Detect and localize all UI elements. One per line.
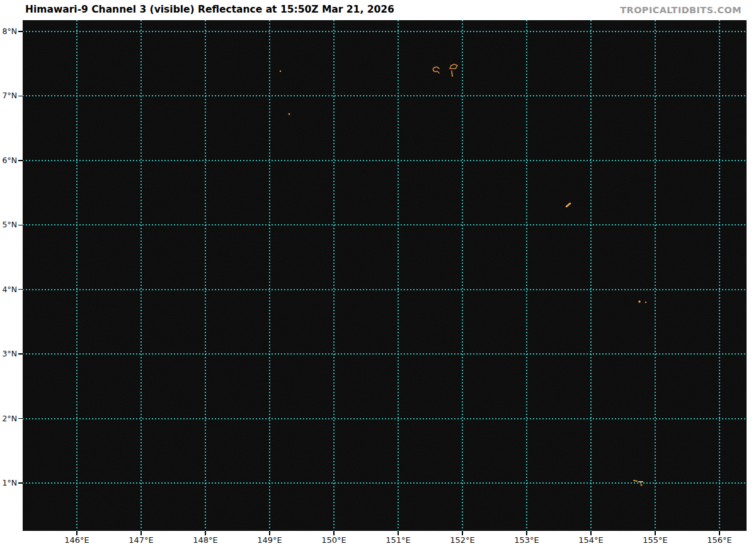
latitude-tick <box>18 289 23 290</box>
latitude-label: 2°N <box>0 414 17 423</box>
latitude-label: 6°N <box>0 156 17 165</box>
latitude-tick <box>18 96 23 97</box>
page-title: Himawari-9 Channel 3 (visible) Reflectan… <box>25 1 394 18</box>
latitude-tick <box>18 31 23 32</box>
longitude-label: 154°E <box>578 535 604 545</box>
longitude-label: 146°E <box>64 535 89 545</box>
latitude-tick <box>18 482 23 484</box>
stage: Himawari-9 Channel 3 (visible) Reflectan… <box>0 0 756 546</box>
longitude-tick <box>655 531 656 535</box>
longitude-label: 152°E <box>450 535 475 545</box>
longitude-label: 156°E <box>707 535 732 545</box>
longitude-tick <box>590 531 592 535</box>
latitude-label: 5°N <box>0 220 17 229</box>
longitude-label: 149°E <box>257 535 282 545</box>
longitude-label: 150°E <box>321 535 346 545</box>
coastline-layer <box>23 20 747 531</box>
map-canvas <box>23 20 747 531</box>
latitude-tick <box>18 418 23 419</box>
latitude-label: 7°N <box>0 91 17 100</box>
latitude-label: 3°N <box>0 350 17 358</box>
latitude-label: 8°N <box>0 27 17 36</box>
longitude-tick <box>140 531 142 535</box>
island-speck <box>645 302 647 304</box>
latitude-tick <box>18 160 23 161</box>
island-speck <box>638 300 640 302</box>
island-outline <box>634 481 637 481</box>
longitude-tick <box>269 531 270 535</box>
island-outline <box>452 71 452 76</box>
latitude-label: 4°N <box>0 285 17 294</box>
longitude-tick <box>462 531 463 535</box>
longitude-label: 153°E <box>514 535 539 545</box>
longitude-label: 155°E <box>643 535 668 545</box>
longitude-tick <box>526 531 527 535</box>
island-speck <box>280 71 281 72</box>
longitude-tick <box>76 531 77 535</box>
longitude-tick <box>719 531 720 535</box>
island-speck <box>289 113 290 115</box>
latitude-tick <box>18 353 23 355</box>
longitude-tick <box>205 531 206 535</box>
latitude-tick <box>18 225 23 226</box>
longitude-label: 151°E <box>386 535 411 545</box>
longitude-tick <box>333 531 335 535</box>
longitude-label: 148°E <box>193 535 218 545</box>
tropicaltidbits-wordmark: TROPICALTIDBITS.COM <box>620 3 742 17</box>
longitude-label: 147°E <box>129 535 154 545</box>
island-speck <box>640 484 642 486</box>
latitude-label: 1°N <box>0 479 17 487</box>
sensor-noise <box>23 20 747 531</box>
longitude-tick <box>398 531 399 535</box>
